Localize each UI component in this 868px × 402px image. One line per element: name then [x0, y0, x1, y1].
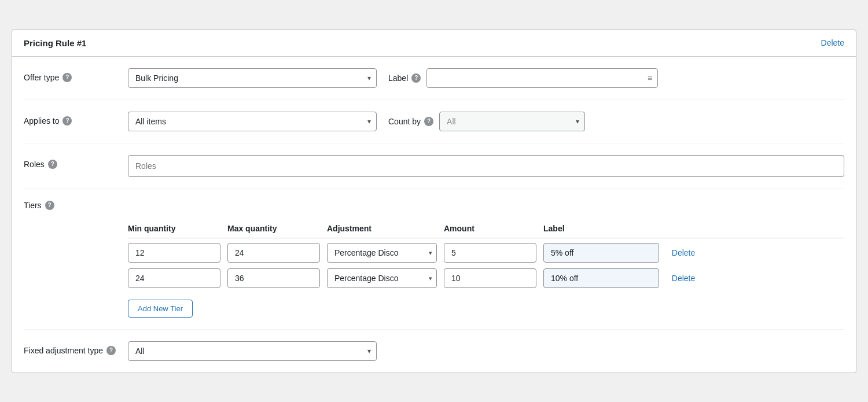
- fixed-adj-row: Fixed adjustment type ? All Fixed Percen…: [24, 330, 844, 373]
- tier-2-amount-input[interactable]: [444, 268, 536, 288]
- roles-content: [128, 155, 844, 177]
- offer-type-label: Offer type ?: [24, 68, 116, 82]
- fixed-adj-select[interactable]: All Fixed Percentage: [128, 341, 377, 361]
- fixed-adj-select-wrapper: All Fixed Percentage ▾: [128, 341, 377, 361]
- tier-1-adj-select[interactable]: Percentage Disco Fixed Amount: [327, 243, 437, 263]
- tier-2-delete-button[interactable]: Delete: [666, 274, 701, 283]
- label-field-label: Label ?: [388, 73, 421, 83]
- roles-help-icon[interactable]: ?: [48, 160, 57, 169]
- col-header-adj: Adjustment: [327, 224, 437, 233]
- tier-1-max-input[interactable]: [227, 243, 320, 263]
- card-title: Pricing Rule #1: [24, 38, 86, 48]
- tier-1-min-input[interactable]: [128, 243, 220, 263]
- tier-2-max-input[interactable]: [227, 268, 320, 288]
- offer-type-select[interactable]: Bulk Pricing Fixed Price Percentage Disc…: [128, 68, 377, 88]
- label-group: Label ? ≡: [388, 68, 658, 88]
- label-input-wrapper: ≡: [426, 68, 658, 88]
- tier-2-min-input[interactable]: [128, 268, 220, 288]
- count-by-help-icon[interactable]: ?: [424, 117, 433, 126]
- add-tier-button[interactable]: Add New Tier: [128, 300, 193, 318]
- applies-to-select-wrapper: All items Specific products Specific cat…: [128, 112, 377, 131]
- card-body: Offer type ? Bulk Pricing Fixed Price Pe…: [12, 57, 856, 373]
- header-delete-button[interactable]: Delete: [821, 38, 844, 47]
- tier-2-label-input[interactable]: [543, 268, 659, 288]
- applies-to-select[interactable]: All items Specific products Specific cat…: [128, 112, 377, 131]
- count-by-select-wrapper: All Product Variation ▾: [439, 112, 585, 131]
- col-header-max: Max quantity: [227, 224, 320, 233]
- col-header-amount: Amount: [444, 224, 536, 233]
- count-by-select[interactable]: All Product Variation: [439, 112, 585, 131]
- fixed-adj-help-icon[interactable]: ?: [106, 346, 116, 355]
- tier-1-label-input[interactable]: [543, 243, 659, 263]
- tier-row-1: Percentage Disco Fixed Amount ▾ Delete: [128, 243, 844, 263]
- offer-type-row: Offer type ? Bulk Pricing Fixed Price Pe…: [24, 57, 844, 100]
- tiers-help-icon[interactable]: ?: [45, 201, 54, 210]
- tiers-row: Tiers ? Min quantity Max quantity Adjust…: [24, 189, 844, 330]
- col-header-min: Min quantity: [128, 224, 220, 233]
- tier-1-amount-input[interactable]: [444, 243, 536, 263]
- applies-to-label: Applies to ?: [24, 112, 116, 126]
- roles-input[interactable]: [128, 155, 844, 177]
- pricing-rule-card: Pricing Rule #1 Delete Offer type ? Bulk…: [12, 29, 856, 373]
- tiers-table: Min quantity Max quantity Adjustment Amo…: [24, 224, 844, 318]
- offer-type-content: Bulk Pricing Fixed Price Percentage Disc…: [128, 68, 844, 88]
- tier-row-2: Percentage Disco Fixed Amount ▾ Delete: [128, 268, 844, 288]
- card-header: Pricing Rule #1 Delete: [12, 30, 856, 57]
- tiers-label: Tiers ?: [24, 201, 116, 210]
- count-by-label: Count by ?: [388, 117, 433, 126]
- tier-1-delete-button[interactable]: Delete: [666, 248, 701, 257]
- tiers-header-row: Tiers ?: [24, 201, 844, 210]
- tier-2-adj-select[interactable]: Percentage Disco Fixed Amount: [327, 268, 437, 288]
- applies-to-row: Applies to ? All items Specific products…: [24, 100, 844, 143]
- offer-type-help-icon[interactable]: ?: [62, 73, 72, 82]
- fixed-adj-content: All Fixed Percentage ▾: [128, 341, 844, 361]
- fixed-adj-label: Fixed adjustment type ?: [24, 341, 116, 355]
- tier-2-adj-wrapper: Percentage Disco Fixed Amount ▾: [327, 268, 437, 288]
- roles-label: Roles ?: [24, 155, 116, 169]
- applies-to-content: All items Specific products Specific cat…: [128, 112, 844, 131]
- tiers-col-headers: Min quantity Max quantity Adjustment Amo…: [128, 224, 844, 238]
- label-help-icon[interactable]: ?: [411, 73, 421, 83]
- col-header-label: Label: [543, 224, 659, 233]
- label-input[interactable]: [426, 68, 658, 88]
- applies-to-help-icon[interactable]: ?: [62, 116, 72, 126]
- roles-row: Roles ?: [24, 143, 844, 189]
- offer-type-select-wrapper: Bulk Pricing Fixed Price Percentage Disc…: [128, 68, 377, 88]
- tier-1-adj-wrapper: Percentage Disco Fixed Amount ▾: [327, 243, 437, 263]
- count-by-group: Count by ? All Product Variation ▾: [388, 112, 585, 131]
